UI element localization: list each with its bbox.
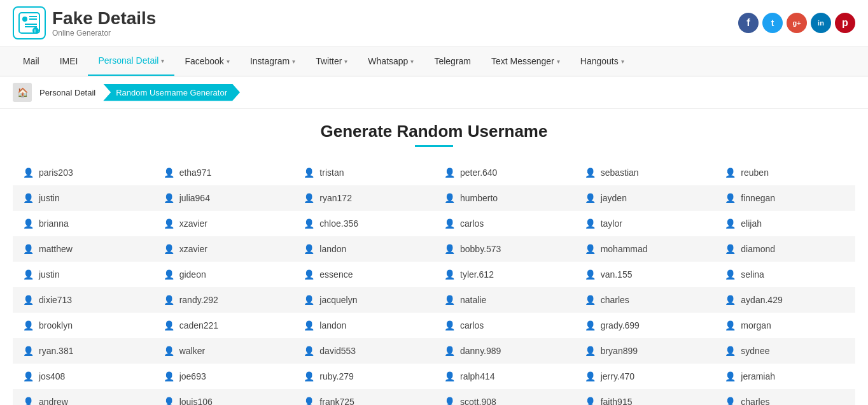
username-item[interactable]: 👤natalie — [434, 287, 575, 313]
username-item[interactable]: 👤ryan.381 — [13, 338, 153, 364]
breadcrumb-current: Random Username Generator — [103, 84, 240, 101]
username-label: landon — [319, 244, 346, 254]
username-item[interactable]: 👤xzavier — [153, 211, 294, 236]
username-item[interactable]: 👤bobby.573 — [434, 236, 575, 262]
logo-icon: i — [13, 6, 46, 39]
username-label: elijah — [741, 218, 762, 229]
username-item[interactable]: 👤etha971 — [153, 160, 294, 185]
user-icon: 👤 — [444, 269, 455, 280]
username-item[interactable]: 👤sebastian — [575, 160, 715, 185]
username-item[interactable]: 👤ralph414 — [434, 364, 575, 389]
user-icon: 👤 — [23, 269, 34, 280]
username-label: gideon — [179, 269, 206, 280]
username-label: randy.292 — [179, 295, 218, 305]
user-icon: 👤 — [23, 371, 34, 381]
username-item[interactable]: 👤morgan — [715, 313, 855, 338]
user-icon: 👤 — [585, 269, 596, 280]
username-item[interactable]: 👤jayden — [575, 185, 715, 211]
username-item[interactable]: 👤ryan172 — [293, 185, 434, 211]
username-item[interactable]: 👤danny.989 — [434, 338, 575, 364]
username-label: sebastian — [601, 167, 639, 178]
nav-imei[interactable]: IMEI — [50, 47, 88, 75]
username-item[interactable]: 👤frank725 — [293, 389, 434, 405]
user-icon: 👤 — [725, 320, 736, 330]
username-item[interactable]: 👤van.155 — [575, 262, 715, 287]
breadcrumb-home[interactable]: 🏠 — [13, 83, 32, 102]
username-label: justin — [39, 269, 60, 280]
username-item[interactable]: 👤essence — [293, 262, 434, 287]
username-item[interactable]: 👤jerry.470 — [575, 364, 715, 389]
username-item[interactable]: 👤charles — [575, 287, 715, 313]
username-item[interactable]: 👤caden221 — [153, 313, 294, 338]
user-icon: 👤 — [585, 346, 596, 356]
user-icon: 👤 — [304, 346, 314, 356]
nav-facebook[interactable]: Facebook ▾ — [174, 47, 239, 75]
username-item[interactable]: 👤gideon — [153, 262, 294, 287]
username-item[interactable]: 👤chloe.356 — [293, 211, 434, 236]
username-item[interactable]: 👤jeramiah — [715, 364, 855, 389]
username-item[interactable]: 👤xzavier — [153, 236, 294, 262]
username-item[interactable]: 👤carlos — [434, 211, 575, 236]
nav-text-messenger[interactable]: Text Messenger ▾ — [481, 47, 570, 75]
username-item[interactable]: 👤sydnee — [715, 338, 855, 364]
username-item[interactable]: 👤grady.699 — [575, 313, 715, 338]
username-item[interactable]: 👤brooklyn — [13, 313, 153, 338]
linkedin-icon[interactable]: in — [811, 13, 831, 33]
username-item[interactable]: 👤scott.908 — [434, 389, 575, 405]
username-item[interactable]: 👤andrew — [13, 389, 153, 405]
user-icon: 👤 — [725, 167, 736, 178]
username-item[interactable]: 👤jos408 — [13, 364, 153, 389]
nav-whatsapp[interactable]: Whatsapp ▾ — [358, 47, 424, 75]
username-label: dixie713 — [39, 295, 72, 305]
nav-hangouts[interactable]: Hangouts ▾ — [570, 47, 634, 75]
username-item[interactable]: 👤louis106 — [153, 389, 294, 405]
nav-telegram[interactable]: Telegram — [424, 47, 481, 75]
username-label: jos408 — [39, 371, 65, 381]
username-item[interactable]: 👤aydan.429 — [715, 287, 855, 313]
facebook-icon[interactable]: f — [738, 13, 759, 33]
username-item[interactable]: 👤matthew — [13, 236, 153, 262]
username-item[interactable]: 👤randy.292 — [153, 287, 294, 313]
username-item[interactable]: 👤brianna — [13, 211, 153, 236]
username-item[interactable]: 👤jacquelyn — [293, 287, 434, 313]
username-item[interactable]: 👤peter.640 — [434, 160, 575, 185]
nav-personal-detail[interactable]: Personal Detail ▾ — [88, 46, 174, 76]
username-item[interactable]: 👤finnegan — [715, 185, 855, 211]
svg-point-6 — [32, 27, 39, 34]
username-item[interactable]: 👤tyler.612 — [434, 262, 575, 287]
username-item[interactable]: 👤tristan — [293, 160, 434, 185]
username-item[interactable]: 👤justin — [13, 262, 153, 287]
username-item[interactable]: 👤paris203 — [13, 160, 153, 185]
username-item[interactable]: 👤selina — [715, 262, 855, 287]
username-item[interactable]: 👤dixie713 — [13, 287, 153, 313]
username-item[interactable]: 👤charles — [715, 389, 855, 405]
user-icon: 👤 — [725, 193, 736, 203]
username-item[interactable]: 👤elijah — [715, 211, 855, 236]
username-item[interactable]: 👤diamond — [715, 236, 855, 262]
username-item[interactable]: 👤landon — [293, 236, 434, 262]
google-plus-icon[interactable]: g+ — [787, 13, 807, 33]
username-item[interactable]: 👤walker — [153, 338, 294, 364]
username-item[interactable]: 👤taylor — [575, 211, 715, 236]
username-item[interactable]: 👤bryan899 — [575, 338, 715, 364]
nav-twitter[interactable]: Twitter ▾ — [305, 47, 358, 75]
nav-mail[interactable]: Mail — [13, 47, 50, 75]
breadcrumb-personal-detail[interactable]: Personal Detail — [32, 84, 103, 101]
nav-instagram[interactable]: Instagram ▾ — [240, 47, 305, 75]
username-label: taylor — [601, 218, 622, 229]
username-item[interactable]: 👤ruby.279 — [293, 364, 434, 389]
username-item[interactable]: 👤julia964 — [153, 185, 294, 211]
username-item[interactable]: 👤faith915 — [575, 389, 715, 405]
username-label: etha971 — [179, 167, 212, 178]
pinterest-icon[interactable]: p — [835, 13, 855, 33]
username-item[interactable]: 👤humberto — [434, 185, 575, 211]
username-item[interactable]: 👤justin — [13, 185, 153, 211]
username-item[interactable]: 👤joe693 — [153, 364, 294, 389]
twitter-icon[interactable]: t — [762, 13, 783, 33]
username-item[interactable]: 👤carlos — [434, 313, 575, 338]
username-item[interactable]: 👤landon — [293, 313, 434, 338]
username-item[interactable]: 👤mohammad — [575, 236, 715, 262]
username-item[interactable]: 👤david553 — [293, 338, 434, 364]
username-item[interactable]: 👤reuben — [715, 160, 855, 185]
user-icon: 👤 — [725, 269, 736, 280]
